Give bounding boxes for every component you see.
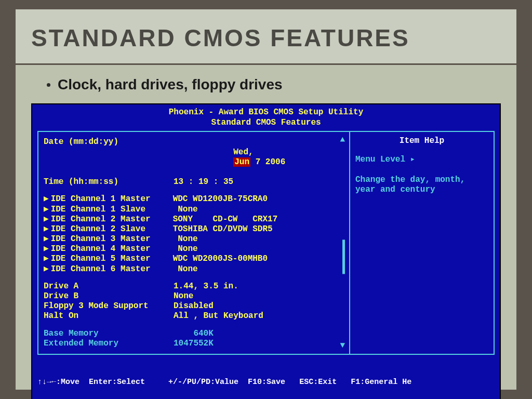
- bios-footer: ↑↓→←:Move Enter:Select +/-/PU/PD:Value F…: [32, 355, 500, 399]
- ide-value[interactable]: WDC WD2000JS-00MHB0: [173, 254, 268, 264]
- ide-channel-row[interactable]: ▶IDE Channel 4 Master None: [44, 244, 349, 254]
- bullet-dot-icon: [47, 83, 50, 87]
- drive-b-row[interactable]: Drive B None: [44, 291, 349, 301]
- bios-settings-panel: Date (mm:dd:yy) Wed, Jun 7 2006 Time (hh…: [37, 131, 349, 355]
- scroll-down-icon[interactable]: ▼: [340, 341, 345, 351]
- time-label: Time (hh:mm:ss): [44, 177, 174, 187]
- submenu-arrow-icon: ▶: [44, 244, 49, 254]
- ext-mem-value: 1047552K: [174, 339, 214, 349]
- submenu-arrow-icon: ▶: [44, 215, 49, 224]
- submenu-arrow-icon: ▶: [44, 234, 49, 244]
- ide-value[interactable]: None: [173, 205, 198, 215]
- ide-channel-row[interactable]: ▶IDE Channel 2 SlaveTOSHIBA CD/DVDW SDR5: [44, 224, 349, 234]
- footer-move: ↑↓→←:Move Enter:Select: [37, 378, 145, 387]
- date-rest: 7 2006: [250, 157, 285, 167]
- footer-exit: ESC:Exit F1:General He: [299, 378, 411, 387]
- bios-help-panel: Item Help Menu Level ▸ Change the day, m…: [349, 131, 495, 355]
- footer-value: +/-/PU/PD:Value F10:Save: [168, 378, 285, 387]
- ide-channel-row[interactable]: ▶IDE Channel 5 MasterWDC WD2000JS-00MHB0: [44, 254, 349, 264]
- ide-value[interactable]: TOSHIBA CD/DVDW SDR5: [173, 224, 273, 234]
- ide-label: IDE Channel 5 Master: [51, 254, 173, 264]
- submenu-arrow-icon: ▶: [44, 254, 49, 264]
- base-mem-value: 640K: [174, 329, 214, 339]
- ide-value[interactable]: None: [173, 234, 198, 244]
- submenu-arrow-icon: ▶: [44, 205, 49, 215]
- date-month-selected[interactable]: Jun: [233, 157, 250, 167]
- ide-channel-row[interactable]: ▶IDE Channel 6 Master None: [44, 264, 349, 274]
- help-menu-level: Menu Level ▸: [355, 155, 488, 165]
- ide-channel-row[interactable]: ▶IDE Channel 1 MasterWDC WD1200JB-75CRA0: [44, 194, 349, 204]
- ide-label: IDE Channel 1 Slave: [51, 205, 173, 215]
- slide-title: STANDARD CMOS FEATURES: [31, 24, 501, 52]
- ide-label: IDE Channel 4 Master: [51, 244, 173, 254]
- bios-title: Phoenix - Award BIOS CMOS Setup Utility: [32, 104, 500, 118]
- ide-value[interactable]: WDC WD1200JB-75CRA0: [173, 194, 268, 204]
- drive-a-value[interactable]: 1.44, 3.5 in.: [174, 282, 238, 291]
- bullet-text: Clock, hard drives, floppy drives: [58, 76, 283, 93]
- date-label: Date (mm:dd:yy): [44, 137, 174, 177]
- ide-value[interactable]: None: [173, 264, 198, 274]
- ide-channel-row[interactable]: ▶IDE Channel 3 Master None: [44, 234, 349, 244]
- ide-channel-row[interactable]: ▶IDE Channel 1 Slave None: [44, 205, 349, 215]
- halt-label: Halt On: [44, 311, 174, 321]
- ide-label: IDE Channel 2 Master: [51, 215, 173, 224]
- date-value[interactable]: Wed, Jun 7 2006: [174, 137, 285, 177]
- ide-value[interactable]: SONY CD-CW CRX17: [173, 215, 278, 224]
- time-value[interactable]: 13 : 19 : 35: [174, 177, 233, 187]
- help-description: Change the day, month, year and century: [355, 175, 488, 195]
- bullet-item: Clock, hard drives, floppy drives: [16, 65, 516, 100]
- halt-value[interactable]: All , But Keyboard: [174, 311, 263, 321]
- submenu-arrow-icon: ▶: [44, 194, 49, 204]
- halt-row[interactable]: Halt On All , But Keyboard: [44, 311, 349, 321]
- base-memory-row: Base Memory 640K: [44, 329, 349, 339]
- bios-time-row[interactable]: Time (hh:mm:ss) 13 : 19 : 35: [44, 177, 349, 187]
- scroll-up-icon[interactable]: ▲: [340, 135, 345, 145]
- ide-value[interactable]: None: [173, 244, 198, 254]
- drive-b-value[interactable]: None: [174, 291, 193, 301]
- slide-header: STANDARD CMOS FEATURES: [16, 9, 516, 65]
- bios-date-row[interactable]: Date (mm:dd:yy) Wed, Jun 7 2006: [44, 137, 349, 177]
- drive-a-label: Drive A: [44, 282, 174, 291]
- bios-subtitle: Standard CMOS Features: [32, 118, 500, 131]
- ide-label: IDE Channel 2 Slave: [51, 224, 173, 234]
- ide-channel-row[interactable]: ▶IDE Channel 2 MasterSONY CD-CW CRX17: [44, 215, 349, 224]
- ide-label: IDE Channel 3 Master: [51, 234, 173, 244]
- help-title: Item Help: [355, 136, 488, 146]
- base-mem-label: Base Memory: [44, 329, 174, 339]
- ext-memory-row: Extended Memory 1047552K: [44, 339, 349, 349]
- ide-label: IDE Channel 6 Master: [51, 264, 173, 274]
- drive-b-label: Drive B: [44, 291, 174, 301]
- ide-label: IDE Channel 1 Master: [51, 194, 173, 204]
- bios-panels: Date (mm:dd:yy) Wed, Jun 7 2006 Time (hh…: [37, 131, 495, 355]
- bios-screenshot: Phoenix - Award BIOS CMOS Setup Utility …: [31, 103, 501, 399]
- floppy3-label: Floppy 3 Mode Support: [44, 301, 174, 311]
- scrollbar-thumb[interactable]: [342, 240, 345, 274]
- floppy3-value[interactable]: Disabled: [174, 301, 214, 311]
- ext-mem-label: Extended Memory: [44, 339, 174, 349]
- footer-line-1: ↑↓→←:Move Enter:Select +/-/PU/PD:Value F…: [37, 378, 495, 387]
- presentation-slide: STANDARD CMOS FEATURES Clock, hard drive…: [16, 9, 516, 390]
- submenu-arrow-icon: ▶: [44, 224, 49, 234]
- date-day: Wed,: [233, 148, 253, 157]
- drive-a-row[interactable]: Drive A 1.44, 3.5 in.: [44, 282, 349, 291]
- submenu-arrow-icon: ▶: [44, 264, 49, 274]
- floppy3-row[interactable]: Floppy 3 Mode Support Disabled: [44, 301, 349, 311]
